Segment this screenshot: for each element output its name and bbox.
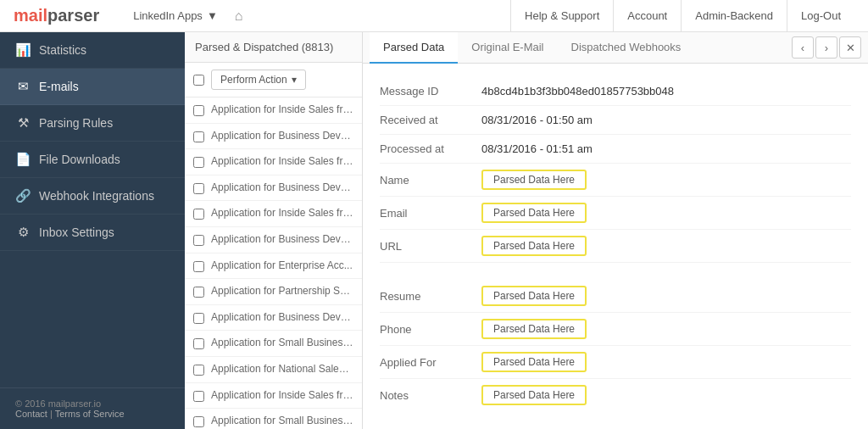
account-link[interactable]: Account [613,0,681,32]
item-checkbox[interactable] [193,261,204,272]
list-item[interactable]: Application for Business Deve... [185,176,362,202]
list-item[interactable]: Application for Business Deve... [185,124,362,150]
detail-row: NameParsed Data Here [380,164,851,197]
list-item[interactable]: Application for Inside Sales fro... [185,98,362,124]
main-layout: 📊 Statistics ✉ E-mails ⚒ Parsing Rules 📄… [0,32,868,429]
sidebar-item-label-statistics: Statistics [39,43,86,57]
detail-field-value: 08/31/2016 - 01:51 am [481,142,593,155]
statistics-icon: 📊 [15,42,31,58]
nav-prev-icon: ‹ [801,42,804,54]
list-item[interactable]: Application for Enterprise Acc... [185,254,362,280]
tab-parsed-data-label: Parsed Data [383,41,444,53]
sidebar-footer: © 2016 mailparser.io Contact | Terms of … [0,387,185,429]
detail-row: ResumeParsed Data Here [380,280,851,313]
detail-row: EmailParsed Data Here [380,197,851,230]
detail-field-label: Resume [380,290,481,303]
list-item[interactable]: Application for Small Business... [185,409,362,429]
item-checkbox[interactable] [193,338,204,349]
linkedin-apps-label: LinkedIn Apps [133,9,203,22]
sidebar-item-file-downloads[interactable]: 📄 File Downloads [0,142,185,178]
terms-link[interactable]: Terms of Service [55,409,125,419]
sidebar-item-statistics[interactable]: 📊 Statistics [0,32,185,69]
detail-field-value: Parsed Data Here [481,236,587,256]
detail-field-value: Parsed Data Here [481,385,587,405]
item-checkbox[interactable] [193,157,204,168]
parsed-data-badge: Parsed Data Here [481,385,587,405]
content-area: Parsed & Dispatched (8813) Perform Actio… [185,32,868,429]
email-list-toolbar: Perform Action ▾ [185,63,362,98]
list-item[interactable]: Application for Inside Sales fro... [185,201,362,227]
sidebar-item-label-emails: E-mails [39,80,79,93]
logo: mailparser [14,6,99,25]
detail-field-value: 4b8cd4b1b3f3bb048ed01857753bb048 [481,85,674,98]
item-checkbox[interactable] [193,313,204,324]
home-icon[interactable]: ⌂ [235,8,243,24]
sidebar-item-label-parsing-rules: Parsing Rules [39,116,113,130]
detail-field-label: Notes [380,389,481,402]
item-text: Application for Enterprise Acc... [211,259,353,273]
file-downloads-icon: 📄 [15,152,31,167]
detail-field-value: Parsed Data Here [481,319,587,339]
sidebar-item-webhook-integrations[interactable]: 🔗 Webhook Integrations [0,178,185,214]
list-item[interactable]: Application for Partnership Sa... [185,279,362,305]
tab-dispatched-webhooks[interactable]: Dispatched Webhooks [558,32,695,64]
detail-field-label: Phone [380,323,481,336]
email-list-header: Parsed & Dispatched (8813) [185,32,362,63]
list-item[interactable]: Application for Inside Sales fro... [185,149,362,176]
perform-action-button[interactable]: Perform Action ▾ [211,70,306,90]
tab-parsed-data[interactable]: Parsed Data [370,32,458,64]
sidebar-item-inbox-settings[interactable]: ⚙ Inbox Settings [0,214,185,251]
item-text: Application for National Sales ... [211,363,353,376]
detail-tabs-bar: Parsed Data Original E-Mail Dispatched W… [363,32,868,64]
item-checkbox[interactable] [193,183,204,194]
item-checkbox[interactable] [193,287,204,298]
detail-field-label: Name [380,174,481,187]
parsed-data-badge: Parsed Data Here [481,203,587,223]
item-checkbox[interactable] [193,105,204,116]
close-icon: ✕ [846,42,855,54]
detail-row: Applied ForParsed Data Here [380,346,851,379]
detail-field-label: Processed at [380,142,481,155]
list-item[interactable]: Application for Small Business... [185,331,362,357]
item-checkbox[interactable] [193,365,204,376]
logout-link[interactable]: Log-Out [787,0,854,32]
tab-original-email[interactable]: Original E-Mail [458,32,557,64]
detail-row: PhoneParsed Data Here [380,313,851,346]
admin-backend-link[interactable]: Admin-Backend [681,0,787,32]
item-text: Application for Inside Sales fro... [211,389,353,403]
item-checkbox[interactable] [193,416,204,427]
contact-link[interactable]: Contact [15,409,47,419]
webhook-integrations-icon: 🔗 [15,188,31,203]
emails-icon: ✉ [15,79,31,94]
select-all-checkbox[interactable] [193,75,204,86]
detail-field-value: Parsed Data Here [481,286,587,306]
copyright-text: © 2016 mailparser.io [15,398,101,409]
help-support-link[interactable]: Help & Support [510,0,613,32]
sidebar-item-parsing-rules[interactable]: ⚒ Parsing Rules [0,105,185,142]
dropdown-icon: ▼ [207,9,218,22]
item-text: Application for Inside Sales fro... [211,207,353,220]
center-items: LinkedIn Apps ▼ ⌂ [133,8,510,24]
item-text: Application for Business Deve... [211,233,353,247]
item-checkbox[interactable] [193,391,204,402]
linkedin-apps-dropdown[interactable]: LinkedIn Apps ▼ [133,9,218,22]
email-list-items: Application for Inside Sales fro...Appli… [185,98,362,429]
detail-field-value: Parsed Data Here [481,352,587,372]
nav-next-button[interactable]: › [815,36,837,58]
parsed-data-badge: Parsed Data Here [481,319,587,339]
item-text: Application for Business Deve... [211,181,353,195]
item-checkbox[interactable] [193,131,204,142]
email-list-panel: Parsed & Dispatched (8813) Perform Actio… [185,32,363,429]
sidebar-item-emails[interactable]: ✉ E-mails [0,69,185,105]
parsed-data-badge: Parsed Data Here [481,286,587,306]
nav-prev-button[interactable]: ‹ [792,36,814,58]
detail-field-label: Email [380,207,481,220]
list-item[interactable]: Application for Inside Sales fro... [185,383,362,410]
item-checkbox[interactable] [193,209,204,220]
item-checkbox[interactable] [193,235,204,246]
list-item[interactable]: Application for Business Deve... [185,305,362,332]
list-item[interactable]: Application for Business Deve... [185,227,362,254]
list-item[interactable]: Application for National Sales ... [185,357,362,383]
detail-row: URLParsed Data Here [380,230,851,263]
close-button[interactable]: ✕ [839,36,861,58]
